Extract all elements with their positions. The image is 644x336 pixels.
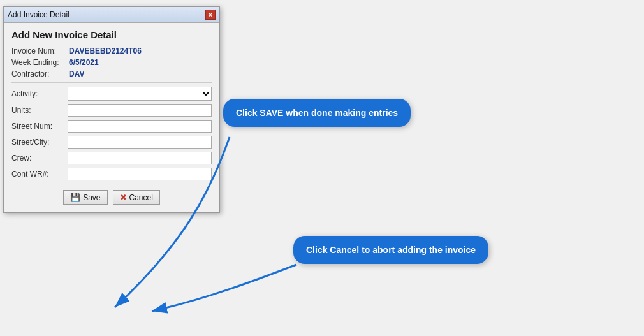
close-button[interactable]: ×: [205, 10, 216, 20]
cancel-icon: ✖: [120, 193, 127, 202]
units-row: Units:: [11, 104, 212, 117]
tooltip-cancel: Click Cancel to abort adding the invoice: [293, 236, 488, 264]
save-label: Save: [83, 193, 100, 202]
button-row: 💾 Save ✖ Cancel: [11, 186, 212, 207]
cancel-button[interactable]: ✖ Cancel: [113, 190, 160, 205]
contractor-label: Contractor:: [11, 69, 69, 78]
activity-row: Activity:: [11, 87, 212, 101]
invoice-num-row: Invoice Num: DAVEBEBD2124T06: [11, 47, 212, 55]
street-num-input[interactable]: [68, 120, 212, 133]
crew-row: Crew:: [11, 152, 212, 164]
dialog-content: Add New Invoice Detail Invoice Num: DAVE…: [4, 23, 219, 212]
week-ending-value: 6/5/2021: [69, 58, 99, 67]
street-num-label: Street Num:: [11, 122, 68, 131]
invoice-num-value: DAVEBEBD2124T06: [69, 47, 142, 55]
tooltip-save-text: Click SAVE when done making entries: [236, 108, 398, 118]
crew-label: Crew:: [11, 154, 68, 163]
contractor-row: Contractor: DAV: [11, 69, 212, 78]
tooltip-cancel-text: Click Cancel to abort adding the invoice: [306, 245, 476, 255]
units-input[interactable]: [68, 104, 212, 117]
add-invoice-dialog: Add Invoice Detail × Add New Invoice Det…: [3, 6, 220, 213]
invoice-num-label: Invoice Num:: [11, 47, 69, 55]
activity-label: Activity:: [11, 89, 68, 98]
divider: [11, 82, 212, 83]
street-num-row: Street Num:: [11, 120, 212, 133]
cancel-label: Cancel: [129, 193, 153, 202]
form-heading: Add New Invoice Detail: [11, 29, 212, 40]
week-ending-label: Week Ending:: [11, 58, 69, 67]
cont-wr-label: Cont WR#:: [11, 170, 68, 179]
save-button[interactable]: 💾 Save: [63, 190, 107, 205]
cont-wr-input[interactable]: [68, 168, 212, 180]
contractor-value: DAV: [69, 69, 84, 78]
units-label: Units:: [11, 106, 68, 115]
cont-wr-row: Cont WR#:: [11, 168, 212, 180]
tooltip-save: Click SAVE when done making entries: [223, 99, 411, 127]
save-icon: 💾: [70, 193, 80, 202]
dialog-titlebar: Add Invoice Detail ×: [4, 7, 219, 23]
street-city-row: Street/City:: [11, 136, 212, 149]
dialog-title: Add Invoice Detail: [8, 10, 70, 19]
street-city-input[interactable]: [68, 136, 212, 149]
week-ending-row: Week Ending: 6/5/2021: [11, 58, 212, 67]
activity-select[interactable]: [68, 87, 212, 101]
street-city-label: Street/City:: [11, 138, 68, 147]
crew-input[interactable]: [68, 152, 212, 164]
